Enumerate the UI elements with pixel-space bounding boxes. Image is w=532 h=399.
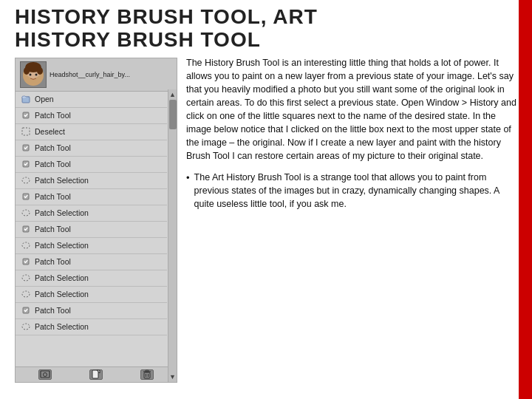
- svg-rect-26: [144, 372, 150, 378]
- bullet-text-1: The Art History Brush Tool is a strange …: [194, 171, 517, 211]
- bullet-dot: •: [186, 171, 190, 211]
- selection-icon: [20, 272, 32, 284]
- deselect-icon: [20, 126, 32, 137]
- patch-icon: [20, 191, 32, 202]
- selection-icon: [20, 239, 32, 251]
- svg-point-16: [22, 242, 30, 248]
- selection-icon: [20, 288, 32, 300]
- svg-rect-24: [92, 370, 98, 378]
- history-item[interactable]: Patch Selection: [16, 173, 167, 189]
- history-item[interactable]: Open: [16, 92, 167, 108]
- main-paragraph: The History Brush Tool is an interesting…: [186, 56, 517, 163]
- open-icon: [20, 93, 32, 105]
- history-item[interactable]: Patch Tool: [16, 254, 167, 270]
- history-panel: Headshot__curly_hair_by... OpenPatch Too…: [15, 58, 177, 383]
- history-panel-footer: [16, 366, 177, 382]
- svg-point-5: [30, 73, 32, 75]
- history-item[interactable]: Deselect: [16, 124, 167, 140]
- accent-bar: [519, 0, 532, 399]
- selection-icon: [20, 207, 32, 219]
- svg-point-3: [24, 67, 30, 75]
- delete-state-button[interactable]: [140, 369, 154, 380]
- history-item-label: Patch Selection: [35, 208, 89, 217]
- svg-point-12: [22, 177, 30, 183]
- history-item[interactable]: Patch Tool: [16, 189, 167, 205]
- patch-icon: [20, 223, 32, 235]
- history-item[interactable]: Patch Tool: [16, 303, 167, 319]
- svg-rect-9: [22, 128, 30, 135]
- history-item-label: Patch Tool: [35, 143, 71, 152]
- svg-point-18: [22, 275, 30, 281]
- patch-icon: [20, 304, 32, 316]
- filename-label: Headshot__curly_hair_by...: [50, 71, 130, 78]
- history-item[interactable]: Patch Tool: [16, 222, 167, 238]
- scroll-thumb[interactable]: [169, 100, 177, 129]
- history-item[interactable]: Patch Selection: [16, 319, 167, 335]
- history-list: OpenPatch ToolDeselectPatch ToolPatch To…: [16, 92, 177, 366]
- avatar: [20, 61, 47, 88]
- svg-point-14: [22, 210, 30, 216]
- selection-icon: [20, 174, 32, 186]
- history-item-label: Patch Tool: [35, 160, 71, 168]
- history-item-label: Patch Tool: [35, 111, 71, 120]
- svg-point-4: [37, 67, 43, 75]
- history-item[interactable]: Patch Tool: [16, 108, 167, 124]
- history-item-label: Patch Selection: [35, 322, 89, 331]
- title-line-2-text: HISTORY BRUSH TOOL: [15, 28, 261, 51]
- history-item[interactable]: Patch Selection: [16, 287, 167, 303]
- text-content: The History Brush Tool is an interesting…: [186, 55, 517, 395]
- svg-point-23: [44, 373, 47, 377]
- history-item-label: Patch Tool: [35, 192, 71, 201]
- title-line-1: HISTORY BRUSH TOOL, ART: [15, 6, 517, 29]
- history-item[interactable]: Patch Selection: [16, 238, 167, 254]
- svg-point-19: [22, 291, 30, 297]
- main-content: Headshot__curly_hair_by... OpenPatch Too…: [0, 55, 532, 395]
- scroll-down-arrow[interactable]: ▼: [169, 373, 176, 381]
- patch-icon: [20, 109, 32, 121]
- selection-icon: [20, 321, 32, 332]
- svg-point-6: [35, 73, 38, 75]
- patch-icon: [20, 158, 32, 170]
- history-item[interactable]: Patch Selection: [16, 205, 167, 222]
- title-line-2: HISTORY BRUSH TOOL: [15, 29, 517, 52]
- patch-icon: [20, 142, 32, 154]
- history-panel-header: Headshot__curly_hair_by...: [16, 58, 177, 92]
- history-item-label: Patch Selection: [35, 290, 89, 299]
- history-item[interactable]: Patch Selection: [16, 270, 167, 287]
- history-item-label: Patch Selection: [35, 241, 89, 250]
- history-item-label: Patch Tool: [35, 306, 71, 315]
- scrollbar[interactable]: ▲ ▼: [168, 89, 177, 382]
- history-item-label: Patch Selection: [35, 176, 89, 185]
- history-item-label: Patch Selection: [35, 273, 89, 282]
- create-new-document-button[interactable]: [89, 369, 103, 380]
- history-item[interactable]: Patch Tool: [16, 140, 167, 157]
- bullet-item-1: • The Art History Brush Tool is a strang…: [186, 171, 517, 211]
- new-snapshot-button[interactable]: [38, 369, 52, 380]
- history-item-label: Patch Tool: [35, 225, 71, 233]
- history-item-label: Deselect: [35, 127, 65, 136]
- patch-icon: [20, 256, 32, 267]
- svg-point-21: [22, 324, 30, 330]
- history-item-label: Patch Tool: [35, 257, 71, 266]
- scroll-up-arrow[interactable]: ▲: [169, 91, 176, 98]
- svg-rect-28: [146, 370, 149, 372]
- history-item-label: Open: [35, 95, 54, 103]
- header: HISTORY BRUSH TOOL, ART HISTORY BRUSH TO…: [0, 0, 532, 55]
- history-item[interactable]: Patch Tool: [16, 157, 167, 173]
